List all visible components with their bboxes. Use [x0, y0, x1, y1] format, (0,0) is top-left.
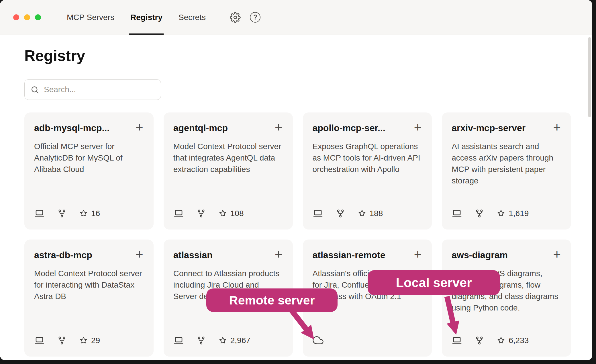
- settings-button[interactable]: [228, 11, 242, 24]
- fork-icon: [197, 336, 206, 345]
- repository-link: [57, 336, 66, 345]
- server-card[interactable]: apollo-mcp-ser... + Exposes GraphQL oper…: [303, 112, 432, 230]
- star-count: 6,233: [509, 336, 529, 345]
- local-server-indicator: [173, 335, 184, 346]
- star-icon: [79, 336, 88, 345]
- fork-icon: [475, 209, 484, 218]
- star-icon: [497, 209, 505, 218]
- star-count: 108: [230, 209, 244, 218]
- add-server-button[interactable]: +: [413, 250, 422, 258]
- star-rating: 16: [79, 209, 100, 218]
- card-header: apollo-mcp-ser... +: [313, 123, 422, 133]
- card-header: adb-mysql-mcp... +: [34, 123, 144, 133]
- star-icon: [218, 209, 227, 218]
- card-title: arxiv-mcp-server: [452, 123, 526, 133]
- server-card[interactable]: astra-db-mcp + Model Context Protocol se…: [24, 240, 154, 357]
- laptop-icon: [452, 208, 462, 219]
- card-title: aws-diagram: [452, 250, 508, 260]
- card-header: astra-db-mcp +: [34, 250, 144, 260]
- add-server-button[interactable]: +: [552, 123, 561, 131]
- star-rating: 2,967: [218, 336, 250, 345]
- server-card[interactable]: adb-mysql-mcp... + Official MCP server f…: [24, 112, 154, 230]
- help-glyph: ?: [253, 13, 257, 21]
- card-title: agentql-mcp: [173, 123, 228, 133]
- star-rating: 1,619: [497, 209, 529, 218]
- repository-link: [57, 209, 66, 218]
- search-box[interactable]: [24, 79, 161, 100]
- add-server-button[interactable]: +: [413, 123, 422, 131]
- star-rating: 188: [358, 209, 383, 218]
- zoom-window-button[interactable]: [35, 14, 41, 20]
- repository-link: [475, 336, 484, 345]
- scrollbar-thumb[interactable]: [588, 37, 591, 117]
- help-icon: ?: [250, 12, 260, 23]
- fork-icon: [57, 209, 66, 218]
- card-title: atlassian: [173, 250, 213, 260]
- laptop-icon: [452, 335, 462, 346]
- card-footer: 2,967: [173, 335, 283, 346]
- star-count: 16: [91, 209, 100, 218]
- card-footer: 108: [173, 208, 283, 219]
- add-server-button[interactable]: +: [552, 250, 561, 258]
- card-description: AI assistants search and access arXiv pa…: [452, 141, 561, 187]
- card-title: adb-mysql-mcp...: [34, 123, 109, 133]
- add-server-button[interactable]: +: [274, 250, 283, 258]
- local-server-indicator: [452, 208, 462, 219]
- card-description: Exposes GraphQL operations as MCP tools …: [313, 141, 422, 175]
- star-icon: [218, 336, 227, 345]
- card-footer: 6,233: [452, 335, 561, 346]
- titlebar: MCP Servers Registry Secrets ?: [0, 0, 592, 35]
- local-server-indicator: [34, 335, 45, 346]
- local-server-callout: Local server: [368, 270, 500, 295]
- card-title: astra-db-mcp: [34, 250, 92, 260]
- traffic-lights: [0, 0, 41, 35]
- tab-secrets[interactable]: Secrets: [170, 0, 214, 35]
- card-footer: 29: [34, 335, 144, 346]
- local-server-indicator: [173, 208, 184, 219]
- card-header: arxiv-mcp-server +: [452, 123, 561, 133]
- card-footer: [313, 335, 422, 346]
- local-server-indicator: [313, 208, 323, 219]
- star-icon: [79, 209, 88, 218]
- app-window: MCP Servers Registry Secrets ? Registry: [0, 0, 592, 360]
- star-icon: [358, 209, 366, 218]
- add-server-button[interactable]: +: [135, 250, 144, 258]
- add-server-button[interactable]: +: [135, 123, 144, 131]
- laptop-icon: [313, 208, 323, 219]
- star-count: 29: [91, 336, 100, 345]
- main-tabs: MCP Servers Registry Secrets: [59, 0, 214, 35]
- star-rating: 108: [218, 209, 244, 218]
- close-window-button[interactable]: [13, 14, 19, 20]
- fork-icon: [475, 336, 484, 345]
- repository-link: [475, 209, 484, 218]
- minimize-window-button[interactable]: [24, 14, 30, 20]
- fork-icon: [57, 336, 66, 345]
- card-title: apollo-mcp-ser...: [313, 123, 385, 133]
- search-icon: [30, 85, 39, 94]
- tab-registry[interactable]: Registry: [122, 0, 170, 35]
- card-grid: adb-mysql-mcp... + Official MCP server f…: [24, 112, 571, 357]
- card-title: atlassian-remote: [313, 250, 385, 260]
- add-server-button[interactable]: +: [274, 123, 283, 131]
- cloud-icon: [313, 335, 324, 346]
- tab-mcp-servers[interactable]: MCP Servers: [59, 0, 122, 35]
- card-footer: 1,619: [452, 208, 561, 219]
- repository-link: [197, 336, 206, 345]
- server-card[interactable]: agentql-mcp + Model Context Protocol ser…: [164, 112, 293, 230]
- search-input[interactable]: [44, 85, 155, 94]
- server-card[interactable]: arxiv-mcp-server + AI assistants search …: [442, 112, 571, 230]
- star-count: 188: [370, 209, 383, 218]
- laptop-icon: [173, 335, 184, 346]
- star-rating: 29: [79, 336, 100, 345]
- laptop-icon: [173, 208, 184, 219]
- laptop-icon: [34, 208, 45, 219]
- card-header: agentql-mcp +: [173, 123, 283, 133]
- star-icon: [497, 336, 505, 345]
- card-footer: 188: [313, 208, 422, 219]
- remote-server-callout: Remote server: [206, 288, 338, 312]
- laptop-icon: [34, 335, 45, 346]
- remote-server-indicator: [313, 335, 324, 346]
- local-server-indicator: [34, 208, 45, 219]
- server-card[interactable]: aws-diagram + Generate AWS diagrams, seq…: [442, 240, 571, 357]
- help-button[interactable]: ?: [248, 11, 262, 24]
